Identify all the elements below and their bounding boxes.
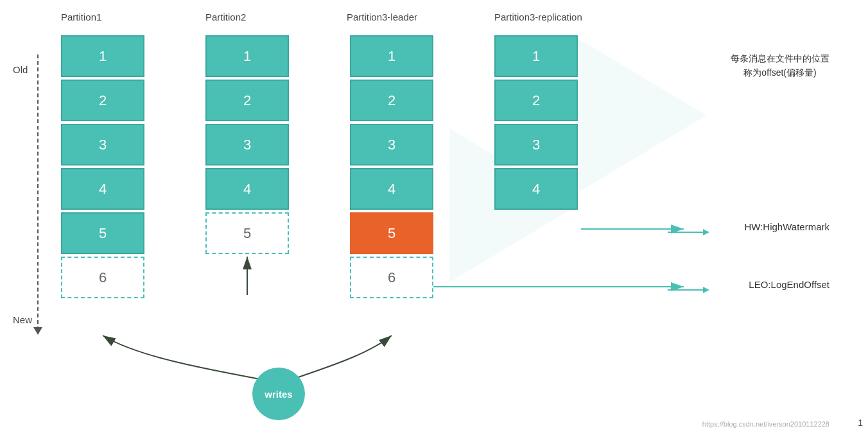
p3r-block-3: 3	[494, 124, 578, 166]
svg-marker-0	[578, 38, 706, 192]
p3l-block-6: 6	[350, 257, 433, 298]
hw-arrow	[668, 229, 709, 235]
partition3-leader-col: 1 2 3 4 5 6	[350, 35, 433, 298]
p1-block-1: 1	[61, 35, 144, 77]
partition3-replication-col: 1 2 3 4	[494, 35, 578, 210]
p3r-block-2: 2	[494, 80, 578, 121]
annotation-leo: LEO:LogEndOffset	[749, 279, 829, 290]
partition2-col: 1 2 3 4 5	[205, 35, 289, 254]
dotted-arrow-head	[33, 327, 42, 335]
leo-arrow	[668, 287, 709, 293]
col-header-partition3-leader: Partition3-leader	[347, 12, 417, 22]
p1-block-3: 3	[61, 124, 144, 166]
p2-block-2: 2	[205, 80, 289, 121]
writes-circle: writes	[252, 368, 305, 420]
leo-arrow-head	[703, 287, 709, 293]
col-header-partition3-replication: Partition3-replication	[494, 12, 582, 22]
p1-block-4: 4	[61, 168, 144, 210]
annotation-offset: 每条消息在文件中的位置称为offset(偏移量)	[731, 51, 829, 80]
page-number: 1	[858, 418, 863, 428]
p3l-block-4: 4	[350, 168, 433, 210]
partition1-col: 1 2 3 4 5 6	[61, 35, 144, 298]
p3r-block-1: 1	[494, 35, 578, 77]
p1-block-5: 5	[61, 212, 144, 254]
p3l-block-1: 1	[350, 35, 433, 77]
leo-arrow-line	[668, 289, 703, 291]
p2-block-3: 3	[205, 124, 289, 166]
p3l-block-2: 2	[350, 80, 433, 121]
p3r-block-4: 4	[494, 168, 578, 210]
label-new: New	[13, 314, 32, 325]
p2-block-4: 4	[205, 168, 289, 210]
footer-url: https://blog.csdn.net/iverson2010112228	[702, 420, 829, 428]
p1-block-2: 2	[61, 80, 144, 121]
col-header-partition1: Partition1	[61, 12, 101, 22]
p3l-block-3: 3	[350, 124, 433, 166]
hw-arrow-head	[703, 229, 709, 235]
p2-block-1: 1	[205, 35, 289, 77]
dotted-arrow-line	[37, 55, 39, 330]
col-header-partition2: Partition2	[205, 12, 246, 22]
annotation-hw: HW:HighWatermark	[744, 221, 829, 232]
hw-arrow-line	[668, 232, 703, 233]
p1-block-6: 6	[61, 257, 144, 298]
page-container: Partition1 Partition2 Partition3-leader …	[0, 0, 868, 433]
p2-block-5: 5	[205, 212, 289, 254]
label-old: Old	[13, 64, 28, 75]
p3l-block-5: 5	[350, 212, 433, 254]
